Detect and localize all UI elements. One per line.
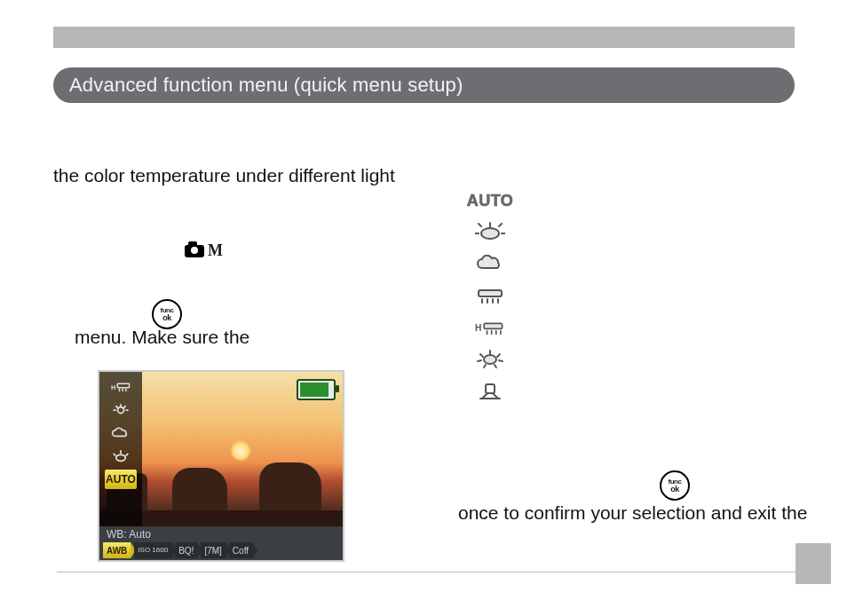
svg-line-39 [114, 454, 115, 455]
func-ok-bottom-label: ok [162, 314, 171, 321]
lcd-wb-rail: H AUTO [99, 372, 142, 526]
func-ok-icon: func ok [152, 299, 182, 329]
svg-line-23 [484, 365, 486, 367]
camera-m-mode-icon: M [185, 241, 223, 260]
wb-daylight-icon [475, 221, 505, 242]
lcd-rail-cloudy-icon [105, 423, 137, 443]
svg-rect-27 [117, 383, 129, 387]
svg-text:H: H [475, 322, 481, 332]
svg-line-35 [116, 407, 118, 408]
svg-line-24 [495, 365, 496, 367]
wb-auto: AUTO [467, 192, 514, 210]
wb-fluorescent-h-icon: H [475, 317, 505, 338]
svg-text:H: H [111, 383, 115, 391]
camera-lcd: H AUTO WB: Auto AWB ISO 1600 BQ! [7M] [98, 370, 344, 562]
svg-line-4 [479, 224, 481, 226]
wb-incandescent-icon [475, 349, 505, 370]
svg-line-36 [124, 407, 126, 408]
page-footer-rule [57, 572, 796, 573]
wb-manual-icon [475, 381, 505, 402]
svg-line-40 [126, 454, 128, 455]
svg-point-37 [116, 454, 126, 461]
lcd-tab-bq: BQ! [175, 542, 197, 558]
lcd-bottom-tabs: AWB ISO 1600 BQ! [7M] Coff [103, 542, 339, 558]
body-line-2: menu. Make sure the [75, 327, 249, 348]
svg-point-17 [484, 355, 496, 364]
func-ok-icon: func ok [660, 470, 690, 501]
battery-icon [297, 379, 336, 400]
section-title: Advanced function menu (quick menu setup… [69, 74, 463, 97]
svg-line-19 [480, 354, 483, 357]
svg-point-31 [118, 407, 124, 414]
svg-line-22 [499, 360, 503, 361]
page-side-tab [796, 543, 831, 584]
svg-line-20 [497, 354, 500, 357]
lcd-status-bar: WB: Auto AWB ISO 1600 BQ! [7M] Coff [99, 526, 343, 560]
svg-rect-6 [479, 290, 502, 296]
lcd-wb-text: WB: Auto [107, 528, 151, 541]
manual-page: Advanced function menu (quick menu setup… [0, 0, 847, 616]
lcd-tab-awb: AWB [103, 542, 131, 558]
lcd-rail-auto: AUTO [105, 470, 137, 489]
svg-line-5 [499, 224, 502, 226]
svg-rect-25 [486, 384, 495, 393]
lcd-tab-iso: ISO 1600 [134, 542, 171, 558]
body-line-1: the color temperature under different li… [53, 165, 395, 186]
camera-mode-letter: M [208, 241, 223, 260]
section-title-pill: Advanced function menu (quick menu setup… [53, 67, 795, 103]
lcd-tab-size: [7M] [201, 542, 225, 558]
lcd-tab-coff: Coff [229, 542, 252, 558]
wb-fluorescent-icon [475, 285, 505, 306]
lcd-rail-auto-label: AUTO [106, 473, 136, 486]
lcd-rail-daylight-icon [105, 446, 137, 466]
camera-icon [185, 245, 204, 257]
lcd-sun [231, 441, 250, 461]
top-margin-bar [53, 27, 795, 48]
lcd-rail-incandescent-icon [105, 400, 137, 420]
svg-line-21 [478, 360, 481, 361]
wb-cloudy-icon [475, 253, 505, 274]
func-ok-bottom-label: ok [670, 486, 679, 493]
body-line-3: once to confirm your selection and exit … [458, 502, 807, 524]
svg-rect-12 [484, 323, 502, 328]
lcd-rail-fluorescent-h-icon: H [105, 377, 137, 397]
svg-point-0 [481, 228, 499, 239]
wb-options-column: AUTO H [463, 192, 517, 402]
